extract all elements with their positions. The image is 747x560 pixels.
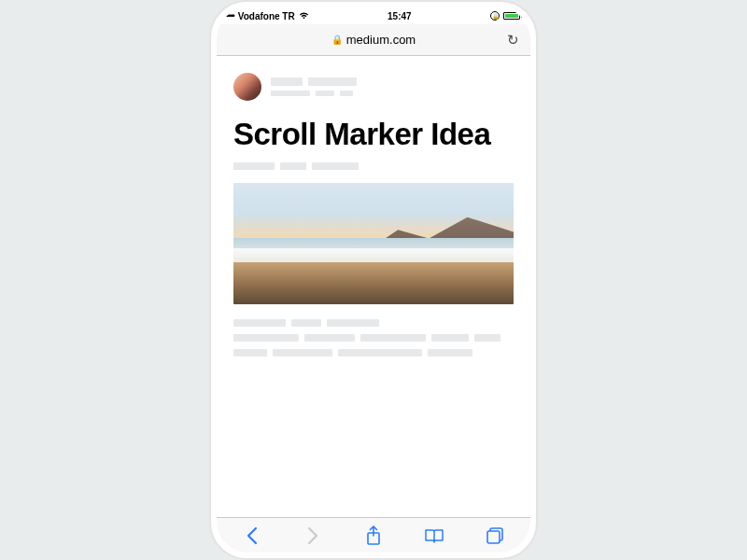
url-domain: medium.com xyxy=(346,33,416,47)
carrier-label: Vodafone TR xyxy=(238,11,295,21)
skeleton-block xyxy=(360,334,426,342)
skeleton-block xyxy=(271,91,310,96)
skeleton-block xyxy=(340,91,353,96)
back-button[interactable] xyxy=(241,525,263,547)
bookmarks-button[interactable] xyxy=(423,525,445,547)
phone-device-frame: ••••• Vodafone TR 15:47 🔒 🔒 medium.com ↻ xyxy=(209,0,538,560)
skeleton-block xyxy=(428,349,472,357)
signal-strength-icon: ••••• xyxy=(224,11,234,21)
skeleton-block xyxy=(338,349,422,357)
skeleton-block xyxy=(327,319,379,327)
status-time: 15:47 xyxy=(388,11,412,21)
svg-rect-2 xyxy=(487,531,500,543)
skeleton-block xyxy=(233,162,275,170)
skeleton-block xyxy=(280,162,306,170)
author-byline[interactable] xyxy=(233,73,514,101)
status-right: 🔒 xyxy=(490,11,523,21)
skeleton-block xyxy=(308,77,357,86)
article-subtitle-placeholder xyxy=(233,162,514,170)
author-meta-placeholder xyxy=(271,77,357,96)
forward-button xyxy=(302,525,324,547)
skeleton-block xyxy=(474,334,500,342)
skeleton-block xyxy=(316,91,334,96)
skeleton-block xyxy=(233,334,299,342)
avatar[interactable] xyxy=(233,73,261,101)
skeleton-block xyxy=(304,334,355,342)
share-button[interactable] xyxy=(362,525,385,547)
skeleton-block xyxy=(273,349,332,357)
tabs-button[interactable] xyxy=(484,525,506,547)
safari-toolbar xyxy=(217,517,530,553)
battery-icon xyxy=(503,12,523,20)
page-content[interactable]: Scroll Marker Idea xyxy=(217,56,530,517)
skeleton-block xyxy=(431,334,469,342)
orientation-lock-icon: 🔒 xyxy=(490,11,500,21)
skeleton-block xyxy=(233,319,286,327)
skeleton-block xyxy=(291,319,321,327)
reload-button[interactable]: ↻ xyxy=(507,32,519,49)
wifi-icon xyxy=(299,11,309,21)
paragraph-placeholder xyxy=(233,319,514,357)
skeleton-block xyxy=(271,77,303,86)
status-bar: ••••• Vodafone TR 15:47 🔒 xyxy=(217,7,530,24)
lock-icon: 🔒 xyxy=(331,35,343,45)
browser-url-bar[interactable]: 🔒 medium.com ↻ xyxy=(217,24,530,56)
article-title: Scroll Marker Idea xyxy=(233,118,514,151)
phone-screen: ••••• Vodafone TR 15:47 🔒 🔒 medium.com ↻ xyxy=(217,7,530,553)
skeleton-block xyxy=(233,349,267,357)
status-left: ••••• Vodafone TR xyxy=(224,11,309,21)
skeleton-block xyxy=(312,162,359,170)
hero-image xyxy=(233,183,514,304)
